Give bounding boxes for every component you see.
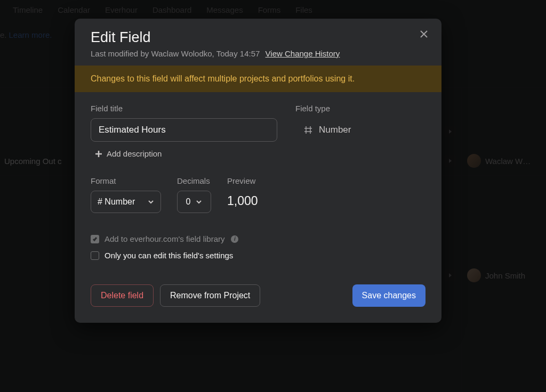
number-icon — [303, 125, 314, 135]
library-checkbox-row[interactable]: Add to everhour.com's field library i — [91, 234, 425, 243]
info-icon[interactable]: i — [231, 235, 238, 243]
chevron-down-icon — [148, 199, 154, 205]
view-history-link[interactable]: View Change History — [266, 49, 340, 58]
format-value: # Number — [98, 197, 135, 207]
modal-header: Edit Field Last modified by Waclaw Wolod… — [75, 19, 441, 66]
warning-banner: Changes to this field will affect multip… — [75, 66, 441, 92]
only-you-checkbox[interactable] — [91, 251, 99, 260]
only-you-label: Only you can edit this field's settings — [105, 251, 233, 260]
format-label: Format — [91, 176, 161, 185]
edit-field-modal: Edit Field Last modified by Waclaw Wolod… — [75, 19, 441, 323]
close-icon — [419, 29, 429, 39]
delete-field-button[interactable]: Delete field — [91, 284, 154, 307]
decimals-value: 0 — [186, 197, 191, 207]
only-you-checkbox-row[interactable]: Only you can edit this field's settings — [91, 251, 425, 260]
decimals-select[interactable]: 0 — [177, 191, 211, 213]
last-modified-text: Last modified by Waclaw Wolodko, Today 1… — [91, 49, 260, 58]
modal-subtitle: Last modified by Waclaw Wolodko, Today 1… — [91, 49, 425, 58]
modal-title: Edit Field — [91, 29, 425, 46]
plus-icon — [95, 150, 102, 158]
chevron-down-icon — [196, 199, 202, 205]
field-type-label: Field type — [295, 104, 351, 113]
library-checkbox[interactable] — [91, 235, 99, 243]
add-description-label: Add description — [107, 149, 162, 158]
checkmark-icon — [92, 236, 98, 242]
remove-from-project-button[interactable]: Remove from Project — [160, 284, 260, 307]
preview-value: 1,000 — [227, 191, 258, 208]
close-button[interactable] — [419, 29, 429, 41]
field-title-label: Field title — [91, 104, 277, 113]
add-description-button[interactable]: Add description — [95, 149, 425, 158]
field-type-display: Number — [295, 118, 351, 142]
preview-label: Preview — [227, 176, 258, 185]
decimals-label: Decimals — [177, 176, 211, 185]
modal-footer: Delete field Remove from Project Save ch… — [75, 271, 441, 323]
save-changes-button[interactable]: Save changes — [352, 284, 425, 307]
format-select[interactable]: # Number — [91, 191, 161, 213]
field-title-input[interactable] — [91, 118, 277, 142]
library-label: Add to everhour.com's field library — [105, 234, 224, 243]
field-type-value: Number — [319, 125, 351, 135]
